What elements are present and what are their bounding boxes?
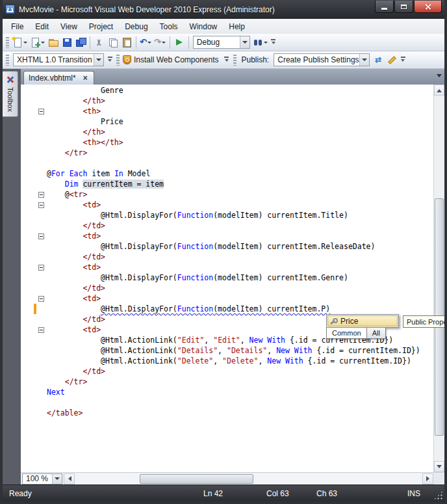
toolbox-tab[interactable]: Toolbox [3, 71, 18, 117]
install-web-components-button[interactable]: Install Web Components [122, 53, 222, 67]
code-line[interactable]: <th></th> [21, 137, 433, 148]
menu-view[interactable]: View [55, 20, 83, 33]
intellisense-item-price[interactable]: Price [327, 315, 398, 326]
code-line[interactable]: </tr> [21, 148, 433, 158]
code-line[interactable]: <td> [21, 293, 433, 304]
horizontal-scroll-track[interactable] [75, 473, 422, 484]
code-line[interactable]: </td> [21, 366, 433, 377]
code-line[interactable]: Price [21, 116, 433, 127]
fold-collapse-icon[interactable] [38, 296, 44, 302]
maximize-button[interactable] [394, 1, 413, 13]
close-button[interactable] [414, 1, 442, 13]
menu-tools[interactable]: Tools [154, 20, 184, 33]
tab-index-vbhtml[interactable]: Index.vbhtml* [23, 71, 94, 85]
resize-grip[interactable] [433, 490, 443, 500]
intellisense-tab-all[interactable]: All [366, 327, 386, 339]
toolbar-grip[interactable] [233, 55, 236, 66]
code-line[interactable]: <td> [21, 231, 433, 241]
redo-button[interactable] [153, 35, 167, 49]
doctype-dropdown[interactable] [94, 54, 103, 66]
code-line[interactable]: </tr> [21, 377, 433, 387]
doctype-combo[interactable]: XHTML 1.0 Transition [13, 53, 104, 66]
code-area[interactable]: Genre </th> <th> Price </th> <th></th> <… [21, 85, 433, 472]
scroll-down-button[interactable] [434, 461, 444, 472]
horizontal-scroll-thumb[interactable] [140, 474, 253, 484]
start-debugging-button[interactable] [173, 35, 186, 49]
code-line[interactable]: @Html.ActionLink("Delete", "Delete", New… [21, 356, 433, 366]
save-button[interactable] [60, 35, 73, 49]
fold-collapse-icon[interactable] [38, 109, 44, 114]
minimize-button[interactable] [375, 1, 394, 13]
add-item-button[interactable] [29, 35, 46, 49]
fold-collapse-icon[interactable] [38, 202, 44, 208]
code-line[interactable]: Genre [21, 85, 433, 96]
code-line[interactable]: @For Each item In Model [21, 168, 433, 179]
paste-button[interactable] [120, 35, 133, 49]
code-line[interactable] [21, 158, 433, 168]
code-line[interactable]: @<tr> [21, 189, 433, 200]
tab-close-icon[interactable] [82, 75, 89, 82]
code-line[interactable]: @Html.ActionLink("Details", "Details", N… [21, 345, 433, 356]
vertical-scroll-track[interactable] [434, 96, 444, 461]
code-line[interactable]: </td> [21, 252, 433, 262]
document-list-dropdown-icon[interactable] [437, 74, 442, 80]
code-line[interactable]: </th> [21, 127, 433, 137]
toolbar-grip[interactable] [6, 55, 9, 66]
fold-collapse-icon[interactable] [38, 233, 44, 239]
toolbar-overflow-icon[interactable] [270, 36, 277, 49]
scroll-up-button[interactable] [434, 85, 444, 96]
zoom-dropdown[interactable] [52, 474, 62, 484]
find-in-files-button[interactable] [252, 35, 269, 49]
toolbar-overflow-icon[interactable] [399, 53, 407, 66]
code-line[interactable]: @Html.DisplayFor(Function(modelItem) cur… [21, 272, 433, 283]
code-line[interactable]: </td> [21, 283, 433, 293]
code-line[interactable]: </th> [21, 96, 433, 106]
menu-file[interactable]: File [5, 20, 29, 33]
code-line[interactable]: <td> [21, 262, 433, 272]
undo-button[interactable] [139, 35, 153, 49]
horizontal-scrollbar[interactable] [64, 473, 433, 484]
zoom-combo[interactable]: 100 % [22, 473, 62, 484]
toolbar-overflow-icon[interactable] [106, 53, 114, 66]
menu-help[interactable]: Help [223, 20, 251, 33]
editor[interactable]: Genre </th> <th> Price </th> <th></th> <… [21, 85, 444, 472]
save-all-button[interactable] [74, 35, 87, 49]
fold-collapse-icon[interactable] [38, 192, 44, 198]
scroll-left-button[interactable] [64, 473, 75, 484]
fold-collapse-icon[interactable] [38, 265, 44, 271]
code-line[interactable]: @Html.DisplayFor(Function(modelItem) cur… [21, 304, 433, 314]
toolbar-grip[interactable] [116, 55, 120, 66]
debug-config-dropdown[interactable] [240, 36, 249, 48]
scroll-right-button[interactable] [422, 473, 433, 484]
titlebar[interactable]: MvcMovie - Microsoft Visual Web Develope… [3, 0, 444, 19]
publish-web-button[interactable] [372, 53, 385, 67]
menu-edit[interactable]: Edit [29, 20, 55, 33]
code-line[interactable]: @Html.DisplayFor(Function(modelItem) cur… [21, 241, 433, 252]
code-line[interactable]: </td> [21, 220, 433, 231]
menu-project[interactable]: Project [83, 20, 119, 33]
code-line[interactable]: </table> [21, 408, 433, 418]
copy-button[interactable] [107, 35, 120, 49]
intellisense-list[interactable]: Price [326, 314, 399, 328]
fold-collapse-icon[interactable] [38, 327, 44, 333]
toolbar-grip[interactable] [6, 37, 9, 48]
menu-window[interactable]: Window [184, 20, 224, 33]
publish-settings-dropdown[interactable] [359, 54, 369, 66]
open-file-button[interactable] [47, 35, 60, 49]
code-line[interactable]: Next [21, 387, 433, 397]
debug-config-combo[interactable]: Debug [193, 36, 250, 49]
menu-debug[interactable]: Debug [119, 20, 153, 33]
toolbar-overflow-icon[interactable] [223, 53, 231, 66]
code-line[interactable]: @Html.DisplayFor(Function(modelItem) cur… [21, 210, 433, 220]
cut-button[interactable] [93, 35, 106, 49]
vertical-scrollbar[interactable] [433, 85, 444, 472]
edit-publish-settings-button[interactable] [385, 53, 398, 67]
code-line[interactable]: Dim currentItem = item [21, 179, 433, 189]
code-line[interactable]: <td> [21, 200, 433, 210]
code-line[interactable]: <th> [21, 106, 433, 116]
new-item-button[interactable] [12, 35, 29, 49]
intellisense-tab-common[interactable]: Common [326, 327, 367, 339]
publish-settings-combo[interactable]: Create Publish Settings [274, 53, 370, 66]
chevron-down-icon [242, 41, 248, 46]
code-line[interactable] [21, 397, 433, 408]
